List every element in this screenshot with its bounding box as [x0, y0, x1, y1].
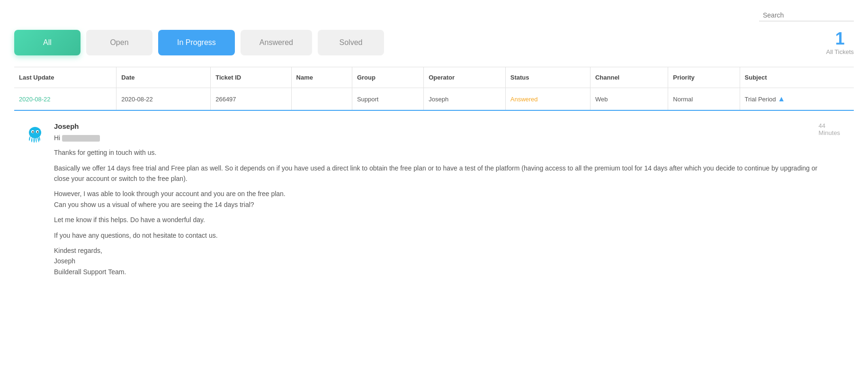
- message-author-name: Joseph: [54, 122, 819, 130]
- filter-inprogress-button[interactable]: In Progress: [158, 30, 235, 55]
- message-header: Joseph Hi Thanks for getting in touch wi…: [24, 122, 844, 282]
- cell-subject: Trial Period ▲: [740, 88, 854, 111]
- message-body: Joseph Hi Thanks for getting in touch wi…: [54, 122, 819, 282]
- tickets-table: Last Update Date Ticket ID Name Group Op…: [14, 67, 854, 111]
- redacted-email: [62, 135, 100, 142]
- col-subject: Subject: [740, 67, 854, 88]
- svg-point-3: [32, 131, 34, 133]
- page-wrapper: All Open In Progress Answered Solved 1 A…: [0, 0, 868, 386]
- all-tickets-count: 1: [826, 30, 854, 47]
- cell-group: Support: [352, 88, 423, 111]
- col-name: Name: [291, 67, 352, 88]
- table-row[interactable]: 2020-08-22 2020-08-22 266497 Support Jos…: [14, 88, 854, 111]
- search-row: [14, 9, 854, 21]
- cell-name: [291, 88, 352, 111]
- message-section: Joseph Hi Thanks for getting in touch wi…: [14, 111, 854, 296]
- message-para-3: However, I was able to look through your…: [54, 189, 819, 210]
- col-date: Date: [116, 67, 211, 88]
- cell-channel: Web: [590, 88, 668, 111]
- cell-last-update: 2020-08-22: [14, 88, 116, 111]
- expand-icon[interactable]: ▲: [778, 95, 785, 103]
- all-tickets-badge: 1 All Tickets: [826, 30, 854, 55]
- message-para-6: Kindest regards, Joseph Builderall Suppo…: [54, 245, 819, 277]
- filter-answered-button[interactable]: Answered: [241, 30, 312, 55]
- cell-priority: Normal: [668, 88, 740, 111]
- filter-all-button[interactable]: All: [14, 30, 81, 55]
- message-para-4: Let me know if this helps. Do have a won…: [54, 215, 819, 225]
- cell-date: 2020-08-22: [116, 88, 211, 111]
- svg-point-4: [37, 131, 38, 133]
- col-operator: Operator: [424, 67, 506, 88]
- avatar-octopus-icon: [24, 122, 46, 145]
- message-para-1: Thanks for getting in touch with us.: [54, 147, 819, 158]
- col-status: Status: [505, 67, 590, 88]
- message-para-2: Basically we offer 14 days free trial an…: [54, 163, 819, 184]
- cell-status: Answered: [505, 88, 590, 111]
- col-priority: Priority: [668, 67, 740, 88]
- filter-solved-button[interactable]: Solved: [318, 30, 384, 55]
- cell-operator: Joseph: [424, 88, 506, 111]
- message-greeting: Hi: [54, 134, 819, 142]
- message-para-5: If you have any questions, do not hesita…: [54, 230, 819, 241]
- message-timestamp: 44 Minutes: [819, 122, 844, 136]
- col-ticket-id: Ticket ID: [211, 67, 291, 88]
- col-group: Group: [352, 67, 423, 88]
- filter-row: All Open In Progress Answered Solved 1 A…: [14, 30, 854, 55]
- search-input[interactable]: [759, 9, 854, 21]
- col-last-update: Last Update: [14, 67, 116, 88]
- message-author-area: Joseph Hi Thanks for getting in touch wi…: [24, 122, 819, 282]
- all-tickets-label: All Tickets: [826, 48, 854, 55]
- col-channel: Channel: [590, 67, 668, 88]
- filter-open-button[interactable]: Open: [86, 30, 152, 55]
- table-header-row: Last Update Date Ticket ID Name Group Op…: [14, 67, 854, 88]
- cell-ticket-id: 266497: [211, 88, 291, 111]
